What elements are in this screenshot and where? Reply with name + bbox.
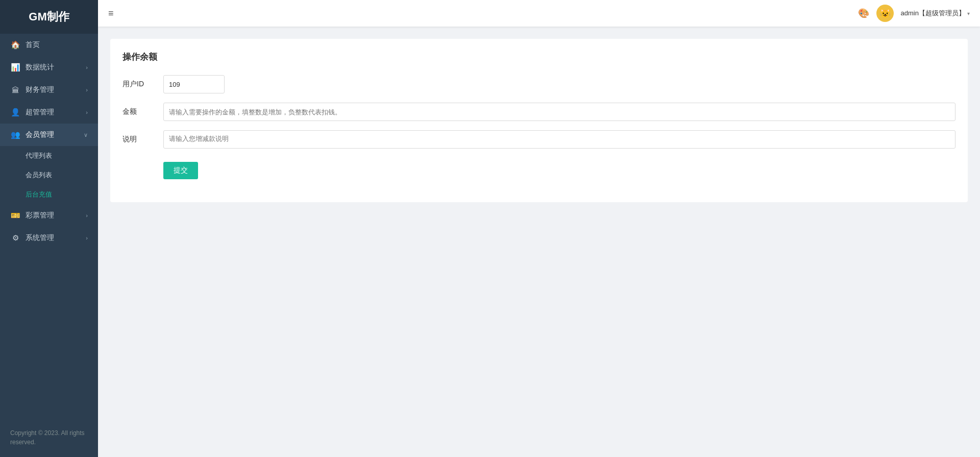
sidebar-item-lottery-label: 彩票管理 (26, 211, 54, 220)
avatar-emoji: 😺 (879, 8, 891, 19)
sidebar-item-member[interactable]: 👥 会员管理 ∨ (0, 124, 98, 146)
sidebar-item-home[interactable]: 🏠 首页 (0, 34, 98, 56)
amount-label: 金额 (122, 107, 163, 116)
sidebar-subitem-agent-label: 代理列表 (26, 151, 52, 160)
member-icon: 👥 (10, 130, 20, 139)
user-info-button[interactable]: admin【超级管理员】 ▾ (901, 9, 970, 18)
sidebar-item-member-label: 会员管理 (26, 130, 54, 139)
sidebar-item-lottery[interactable]: 🎫 彩票管理 › (0, 204, 98, 227)
menu-toggle-button[interactable]: ≡ (108, 8, 114, 19)
header: ≡ 🎨 😺 admin【超级管理员】 ▾ (98, 0, 980, 27)
chart-icon: 📊 (10, 63, 20, 72)
main-panel: ≡ 🎨 😺 admin【超级管理员】 ▾ 操作余额 用户ID 金额 (98, 0, 980, 457)
system-icon: ⚙ (10, 233, 20, 243)
sidebar-item-data-stats-label: 数据统计 (26, 63, 54, 72)
sidebar: GM制作 🏠 首页 📊 数据统计 › 🏛 财务管理 › 👤 超管管理 › 👥 会… (0, 0, 98, 457)
submit-button[interactable]: 提交 (163, 162, 198, 179)
sidebar-item-home-label: 首页 (26, 40, 40, 50)
home-icon: 🏠 (10, 40, 20, 50)
chevron-right-icon-6: › (86, 235, 88, 241)
chevron-right-icon-3: › (86, 109, 88, 115)
sidebar-item-finance[interactable]: 🏛 财务管理 › (0, 79, 98, 101)
admin-icon: 👤 (10, 108, 20, 117)
finance-icon: 🏛 (10, 86, 20, 94)
sidebar-item-admin-label: 超管管理 (26, 108, 54, 117)
sidebar-subitem-agent-list[interactable]: 代理列表 (0, 146, 98, 165)
amount-input[interactable] (163, 103, 955, 121)
remark-label: 说明 (122, 135, 163, 144)
amount-row: 金额 (122, 103, 955, 121)
sidebar-logo: GM制作 (0, 0, 98, 34)
sidebar-item-data-stats[interactable]: 📊 数据统计 › (0, 56, 98, 79)
userid-row: 用户ID (122, 75, 955, 93)
sidebar-subitem-member-label: 会员列表 (26, 171, 52, 180)
palette-icon[interactable]: 🎨 (858, 8, 869, 19)
remark-textarea[interactable] (163, 130, 955, 149)
user-avatar[interactable]: 😺 (876, 5, 894, 22)
chevron-right-icon: › (86, 64, 88, 70)
lottery-icon: 🎫 (10, 211, 20, 220)
sidebar-subitem-backend-recharge[interactable]: 后台充值 (0, 185, 98, 204)
content-area: 操作余额 用户ID 金额 说明 提交 (98, 27, 980, 457)
sidebar-item-system[interactable]: ⚙ 系统管理 › (0, 227, 98, 249)
page-title: 操作余额 (122, 51, 955, 63)
sidebar-footer: Copyright © 2023. All rights reserved. (0, 418, 98, 457)
userid-input[interactable] (163, 75, 225, 93)
form-card: 操作余额 用户ID 金额 说明 提交 (110, 39, 968, 202)
remark-row: 说明 (122, 130, 955, 149)
userid-label: 用户ID (122, 80, 163, 89)
sidebar-subitem-member-list[interactable]: 会员列表 (0, 165, 98, 185)
header-right: 🎨 😺 admin【超级管理员】 ▾ (858, 5, 970, 22)
user-chevron-icon: ▾ (967, 11, 970, 16)
sidebar-item-admin[interactable]: 👤 超管管理 › (0, 101, 98, 124)
chevron-down-icon: ∨ (84, 132, 88, 138)
user-label: admin【超级管理员】 (901, 9, 965, 18)
sidebar-item-system-label: 系统管理 (26, 233, 54, 243)
sidebar-item-finance-label: 财务管理 (26, 85, 54, 94)
header-left: ≡ (108, 8, 114, 19)
sidebar-subitem-backend-recharge-label: 后台充值 (26, 190, 52, 199)
chevron-right-icon-5: › (86, 212, 88, 219)
chevron-right-icon-2: › (86, 87, 88, 93)
